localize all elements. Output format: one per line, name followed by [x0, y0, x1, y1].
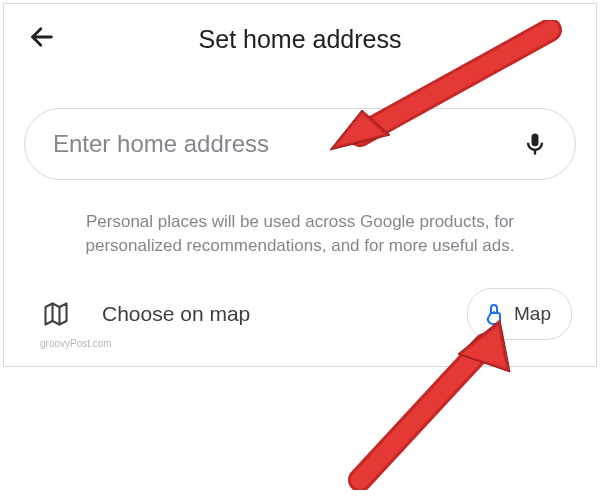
choose-on-map-label: Choose on map — [102, 302, 250, 326]
svg-marker-1 — [46, 304, 67, 325]
choose-on-map-row: Choose on map Map — [4, 286, 596, 342]
touch-icon — [482, 302, 506, 326]
microphone-icon[interactable] — [521, 130, 549, 158]
header-bar: Set home address — [4, 14, 596, 64]
watermark-text: groovyPost.com — [40, 338, 112, 349]
address-input[interactable] — [51, 129, 521, 159]
map-button-label: Map — [514, 303, 551, 325]
app-frame: Set home address Personal places will be… — [3, 3, 597, 367]
privacy-info-text: Personal places will be used across Goog… — [44, 210, 556, 258]
arrow-left-icon — [28, 23, 56, 51]
address-search-field[interactable] — [24, 108, 576, 180]
map-icon — [42, 300, 70, 328]
page-title: Set home address — [199, 25, 402, 54]
map-button[interactable]: Map — [467, 288, 572, 340]
back-button[interactable] — [28, 23, 56, 55]
